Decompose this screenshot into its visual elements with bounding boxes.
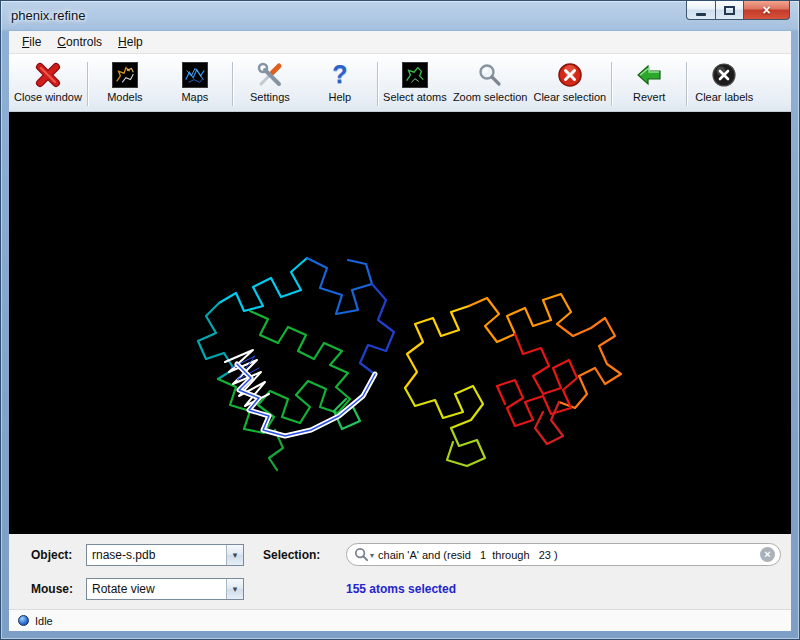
zoom-selection-button[interactable]: Zoom selection [450, 57, 531, 111]
models-icon [112, 59, 138, 90]
maximize-icon [724, 6, 735, 15]
toolbar-separator [377, 62, 378, 106]
object-dropdown[interactable]: rnase-s.pdb ▾ [86, 544, 244, 566]
select-atoms-button[interactable]: Select atoms [380, 57, 450, 111]
control-panel: Object: rnase-s.pdb ▾ Selection: ▾ × Mou… [9, 534, 791, 609]
app-window: phenix.refine × File Controls Help [0, 0, 800, 640]
clear-labels-button[interactable]: Clear labels [689, 57, 759, 111]
settings-icon [256, 59, 284, 90]
toolbar-separator [232, 62, 233, 106]
chevron-down-icon: ▾ [226, 545, 243, 565]
close-window-icon [34, 59, 62, 90]
molecule-structure [9, 112, 791, 534]
clear-selection-icon [557, 59, 583, 90]
clear-search-button[interactable]: × [760, 547, 775, 562]
toolbar-separator [87, 62, 88, 106]
clear-selection-button[interactable]: Clear selection [530, 57, 609, 111]
client-area: File Controls Help Close window [9, 31, 791, 631]
toolbar: Close window Models [9, 54, 791, 112]
settings-button[interactable]: Settings [235, 57, 305, 111]
help-button[interactable]: ? Help [305, 57, 375, 111]
menu-help[interactable]: Help [110, 32, 151, 52]
close-window-button[interactable]: Close window [11, 57, 85, 111]
status-text: Idle [35, 615, 53, 627]
menu-controls[interactable]: Controls [49, 32, 110, 52]
search-icon[interactable] [354, 547, 369, 562]
revert-icon [635, 59, 663, 90]
mouse-dropdown-value: Rotate view [87, 582, 226, 596]
selection-search-field[interactable]: ▾ × [346, 543, 781, 566]
caption-buttons: × [686, 1, 790, 20]
selection-label: Selection: [263, 548, 320, 562]
status-led-icon [18, 615, 29, 626]
toolbar-separator [686, 62, 687, 106]
molecule-viewport[interactable] [9, 112, 791, 534]
titlebar[interactable]: phenix.refine [1, 1, 799, 30]
toolbar-separator [611, 62, 612, 106]
close-button[interactable]: × [744, 1, 790, 20]
maximize-button[interactable] [716, 1, 744, 20]
help-icon: ? [332, 59, 347, 90]
search-menu-arrow-icon[interactable]: ▾ [370, 551, 374, 560]
select-atoms-icon [402, 59, 428, 90]
minimize-icon [696, 13, 706, 16]
object-dropdown-value: rnase-s.pdb [87, 548, 226, 562]
maps-icon [182, 59, 208, 90]
window-title: phenix.refine [11, 8, 85, 23]
mouse-label: Mouse: [31, 582, 73, 596]
atoms-selected-status: 155 atoms selected [346, 582, 456, 596]
zoom-selection-icon [477, 59, 503, 90]
selection-input[interactable] [378, 549, 760, 561]
menu-file[interactable]: File [14, 32, 49, 52]
menubar: File Controls Help [9, 31, 791, 54]
revert-button[interactable]: Revert [614, 57, 684, 111]
models-button[interactable]: Models [90, 57, 160, 111]
chevron-down-icon: ▾ [226, 579, 243, 599]
maps-button[interactable]: Maps [160, 57, 230, 111]
clear-search-icon: × [764, 549, 770, 560]
statusbar: Idle [9, 609, 791, 631]
minimize-button[interactable] [686, 1, 716, 20]
close-icon: × [762, 3, 770, 17]
mouse-dropdown[interactable]: Rotate view ▾ [86, 578, 244, 600]
clear-labels-icon [711, 59, 737, 90]
object-label: Object: [31, 548, 72, 562]
